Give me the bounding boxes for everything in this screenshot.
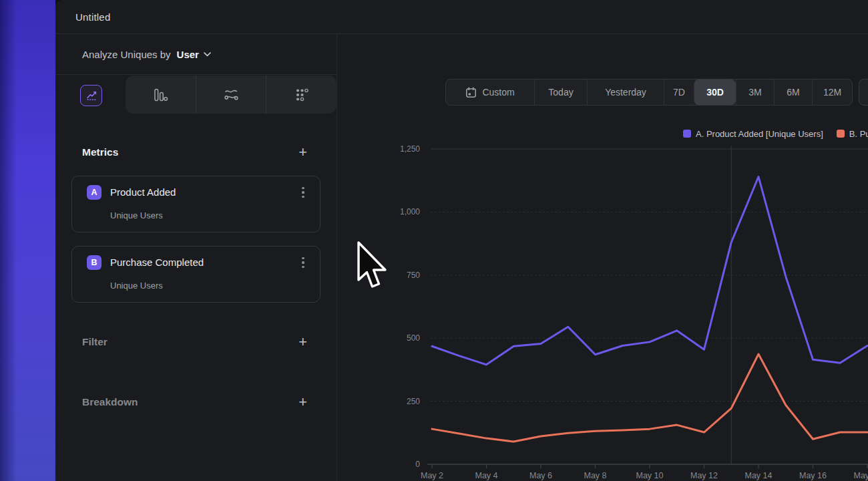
date-range-selector: CustomTodayYesterday7D30D3M6M12M: [445, 79, 853, 106]
metric-b-menu-icon[interactable]: [297, 256, 309, 269]
metric-badge-a: A: [87, 185, 101, 200]
calendar-icon: [465, 87, 477, 98]
range-button-label: Today: [548, 87, 573, 98]
legend-swatch-b: [837, 130, 845, 138]
bar-chart-icon: [152, 87, 168, 103]
breakdown-header: Breakdown: [82, 396, 138, 408]
legend-item-b[interactable]: B. Purchase Completed [Unique Users]: [837, 129, 868, 139]
filter-header: Filter: [82, 336, 107, 348]
add-breakdown-button[interactable]: +: [298, 395, 307, 409]
metric-title-a: Product Added: [110, 186, 176, 198]
metric-a-menu-icon[interactable]: [297, 186, 309, 199]
legend-label-a: A. Product Added [Unique Users]: [696, 129, 823, 139]
metric-card-b[interactable]: B Purchase Completed Unique Users: [71, 246, 320, 303]
tab-insights[interactable]: [80, 85, 102, 106]
sidebar: Analyze Uniques by User: [55, 34, 337, 481]
range-button-label: 7D: [673, 87, 685, 98]
chevron-down-icon: [204, 52, 211, 57]
desktop-background-gradient: [0, 0, 55, 481]
retention-dots-icon: [294, 87, 310, 103]
range-button-3m[interactable]: 3M: [736, 79, 774, 105]
tab-funnels[interactable]: [126, 75, 196, 114]
analyze-row: Analyze Uniques by User: [55, 34, 337, 75]
top-bar: Untitled: [55, 0, 868, 34]
line-chart-icon: [84, 88, 99, 103]
add-metric-button[interactable]: +: [298, 146, 307, 159]
metric-badge-b: B: [87, 255, 101, 270]
metric-subtitle-b[interactable]: Unique Users: [110, 281, 163, 291]
metric-card-a[interactable]: A Product Added Unique Users: [71, 176, 320, 232]
metrics-header: Metrics: [82, 146, 118, 158]
chart-legend: A. Product Added [Unique Users] B. Purch…: [683, 128, 868, 139]
legend-item-a[interactable]: A. Product Added [Unique Users]: [683, 129, 823, 139]
report-title[interactable]: Untitled: [75, 11, 110, 23]
add-filter-button[interactable]: +: [298, 335, 307, 349]
range-button-6m[interactable]: 6M: [774, 79, 812, 105]
range-button-label: 6M: [787, 87, 799, 98]
range-button-label: Custom: [482, 87, 514, 98]
chart-type-tab-group: [126, 75, 337, 114]
analyze-by-dropdown[interactable]: User: [177, 49, 211, 60]
analyze-label: Analyze Uniques by: [82, 49, 171, 60]
range-button-7d[interactable]: 7D: [664, 79, 694, 105]
analyze-by-value: User: [177, 49, 199, 60]
range-button-label: 30D: [706, 87, 724, 98]
legend-label-b: B. Purchase Completed [Unique Users]: [849, 129, 868, 139]
range-button-label: Yesterday: [605, 87, 646, 98]
metric-subtitle-a[interactable]: Unique Users: [110, 210, 163, 220]
range-button-custom[interactable]: Custom: [446, 79, 534, 105]
range-button-30d[interactable]: 30D: [694, 79, 736, 105]
metrics-header-row: Metrics +: [55, 142, 337, 162]
app-window: Untitled Analyze Uniques by User: [55, 0, 868, 481]
range-button-yesterday[interactable]: Yesterday: [587, 79, 664, 105]
range-button-label: 3M: [748, 87, 761, 98]
range-button-label: 12M: [823, 87, 841, 98]
breakdown-header-row: Breakdown +: [55, 392, 337, 412]
metric-title-b: Purchase Completed: [110, 257, 204, 268]
chart-type-tabs: [55, 75, 337, 114]
range-button-12m[interactable]: 12M: [812, 79, 852, 105]
tab-flows[interactable]: [196, 75, 266, 114]
compare-button[interactable]: Compare: [859, 79, 868, 106]
range-button-today[interactable]: Today: [534, 79, 587, 105]
tab-retention[interactable]: [266, 75, 337, 114]
flows-icon: [223, 86, 240, 103]
filter-header-row: Filter +: [55, 332, 337, 352]
legend-swatch-a: [683, 130, 691, 138]
main-content: CustomTodayYesterday7D30D3M6M12M Compare…: [393, 34, 868, 481]
